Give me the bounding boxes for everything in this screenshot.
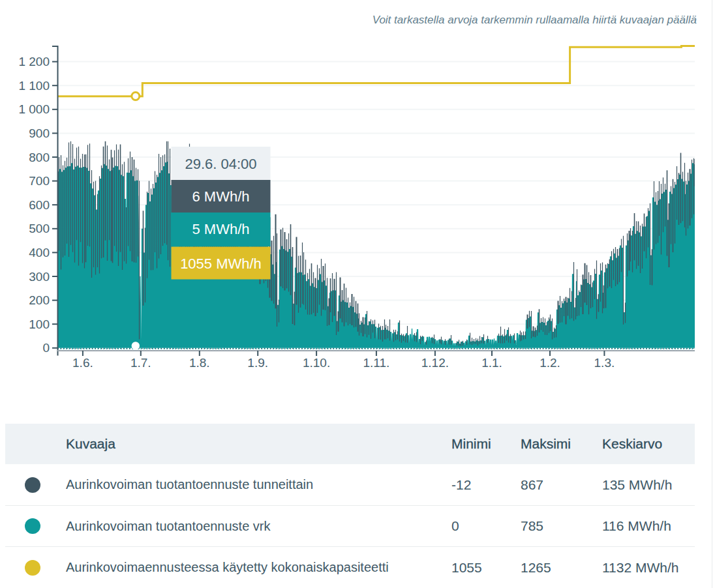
svg-text:1.2.: 1.2. bbox=[540, 356, 560, 370]
svg-text:1055 MWh/h: 1055 MWh/h bbox=[180, 256, 262, 272]
svg-text:1.1.: 1.1. bbox=[481, 356, 502, 370]
svg-text:1.6.: 1.6. bbox=[72, 356, 93, 370]
svg-text:1.12.: 1.12. bbox=[421, 356, 449, 370]
svg-text:400: 400 bbox=[29, 246, 50, 259]
svg-text:1.11.: 1.11. bbox=[363, 356, 389, 370]
svg-text:5 MWh/h: 5 MWh/h bbox=[192, 221, 249, 237]
svg-text:1.9.: 1.9. bbox=[247, 356, 268, 370]
svg-text:1.3.: 1.3. bbox=[594, 356, 615, 370]
svg-text:100: 100 bbox=[29, 317, 50, 331]
svg-text:1 000: 1 000 bbox=[18, 102, 50, 116]
svg-text:800: 800 bbox=[29, 151, 50, 164]
svg-text:500: 500 bbox=[29, 222, 50, 235]
svg-text:1 100: 1 100 bbox=[18, 79, 50, 93]
svg-text:1.8.: 1.8. bbox=[189, 356, 210, 370]
svg-text:900: 900 bbox=[29, 126, 50, 140]
svg-text:600: 600 bbox=[29, 198, 50, 212]
svg-text:700: 700 bbox=[29, 174, 50, 188]
svg-text:1 200: 1 200 bbox=[18, 55, 50, 68]
svg-text:200: 200 bbox=[29, 293, 50, 307]
svg-text:300: 300 bbox=[29, 270, 50, 284]
svg-text:1.10.: 1.10. bbox=[303, 356, 330, 370]
svg-text:29.6. 04:00: 29.6. 04:00 bbox=[185, 156, 256, 172]
svg-text:1.7.: 1.7. bbox=[130, 356, 151, 370]
svg-text:6 MWh/h: 6 MWh/h bbox=[192, 188, 249, 205]
svg-text:0: 0 bbox=[42, 341, 50, 355]
